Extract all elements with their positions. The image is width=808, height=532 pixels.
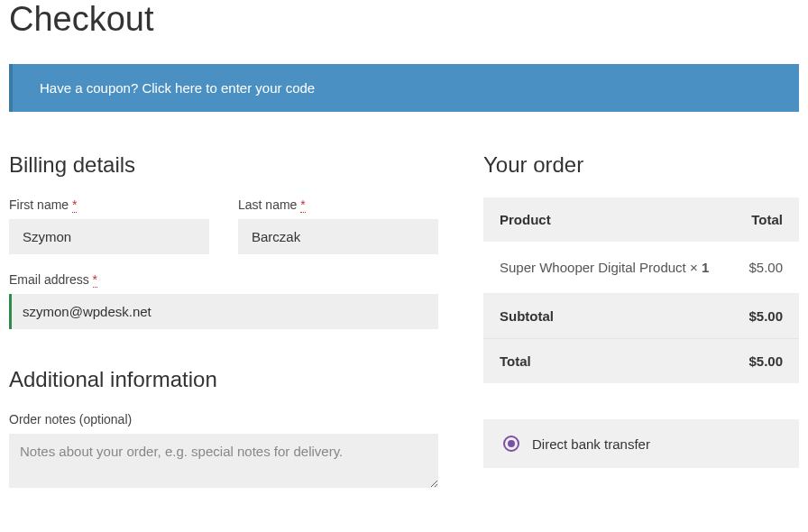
payment-methods: Direct bank transfer (483, 419, 799, 468)
additional-heading: Additional information (9, 367, 438, 392)
subtotal-label: Subtotal (483, 294, 731, 339)
radio-selected-icon (503, 436, 519, 452)
email-field[interactable] (9, 294, 438, 329)
order-col-product: Product (483, 197, 731, 242)
coupon-notice: Have a coupon? Click here to enter your … (9, 64, 799, 112)
order-item-row: Super Whooper Digital Product × 1 $5.00 (483, 242, 799, 294)
order-column: Your order Product Total Super Whooper D… (483, 152, 799, 491)
total-label: Total (483, 339, 731, 384)
page-title: Checkout (9, 0, 799, 39)
required-indicator: * (72, 197, 77, 213)
total-row: Total $5.00 (483, 339, 799, 384)
email-label: Email address * (9, 272, 438, 287)
subtotal-row: Subtotal $5.00 (483, 294, 799, 339)
email-label-text: Email address (9, 272, 89, 287)
order-heading: Your order (483, 152, 799, 178)
last-name-label: Last name * (238, 197, 438, 212)
billing-column: Billing details First name * Last name *… (9, 152, 438, 491)
order-item-name: Super Whooper Digital Product × 1 (483, 242, 731, 294)
order-notes-label: Order notes (optional) (9, 412, 438, 427)
order-item-name-text: Super Whooper Digital Product (500, 260, 686, 275)
last-name-field[interactable] (238, 219, 438, 254)
payment-method-bank-transfer[interactable]: Direct bank transfer (503, 436, 779, 452)
first-name-label: First name * (9, 197, 209, 212)
required-indicator: * (300, 197, 305, 213)
order-item-qty: 1 (702, 260, 709, 275)
billing-heading: Billing details (9, 152, 438, 178)
order-item-total: $5.00 (731, 242, 799, 294)
subtotal-value: $5.00 (731, 294, 799, 339)
order-table-header-row: Product Total (483, 197, 799, 242)
last-name-label-text: Last name (238, 197, 297, 212)
coupon-link[interactable]: Click here to enter your code (142, 80, 315, 96)
order-col-total: Total (731, 197, 799, 242)
order-notes-field[interactable] (9, 434, 438, 488)
first-name-field[interactable] (9, 219, 209, 254)
coupon-prompt: Have a coupon? (40, 80, 138, 96)
order-table: Product Total Super Whooper Digital Prod… (483, 197, 799, 383)
first-name-label-text: First name (9, 197, 69, 212)
total-value: $5.00 (731, 339, 799, 384)
required-indicator: * (93, 272, 97, 288)
payment-method-label: Direct bank transfer (532, 436, 650, 452)
